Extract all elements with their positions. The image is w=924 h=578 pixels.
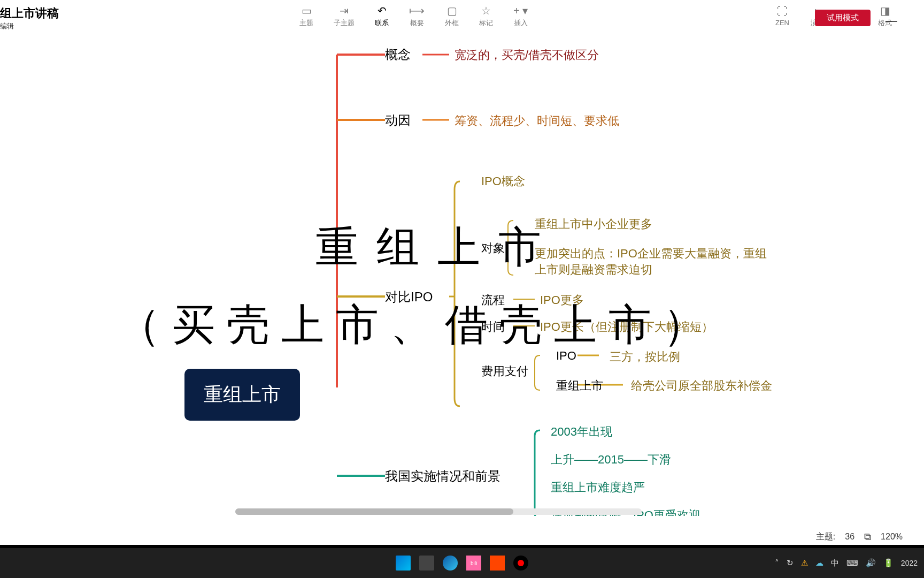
xmind-button[interactable] [488, 553, 507, 573]
node-motive[interactable]: 动因 [385, 112, 411, 129]
node-target-d1[interactable]: 重组上市中小企业更多 [535, 216, 652, 232]
start-button[interactable] [394, 553, 413, 573]
node-compare-ipo[interactable]: 对比IPO [385, 288, 433, 306]
boundary-button[interactable]: ▢外框 [445, 4, 459, 28]
root-node[interactable]: 重组上市 [184, 369, 300, 421]
keyboard-icon[interactable]: ⌨ [846, 558, 858, 568]
subtopic-button[interactable]: ⇥子主题 [334, 4, 355, 28]
app-toolbar: 组上市讲稿 编辑 ▭主题 ⇥子主题 ↶联系 ⟼概要 ▢外框 ☆标记 + ▾插入 … [0, 0, 924, 34]
node-sit-c3[interactable]: 重组上市难度趋严 [551, 480, 645, 496]
marker-button[interactable]: ☆标记 [479, 4, 493, 28]
horizontal-scrollbar[interactable] [235, 508, 642, 515]
task-view-button[interactable] [417, 553, 436, 573]
summary-button[interactable]: ⟼概要 [409, 4, 425, 28]
connector-lines [0, 34, 924, 516]
node-cost-ipo[interactable]: IPO [556, 349, 576, 363]
overlay-title-1: 重组上市 [315, 219, 559, 277]
relation-icon: ↶ [378, 4, 387, 17]
node-target-d2[interactable]: 更加突出的点：IPO企业需要大量融资，重组上市则是融资需求迫切 [535, 246, 770, 278]
plus-icon: + ▾ [513, 4, 528, 17]
node-situation[interactable]: 我国实施情况和前景 [385, 468, 500, 485]
node-sit-c2[interactable]: 上升——2015——下滑 [551, 452, 671, 468]
node-process[interactable]: 流程 [481, 292, 505, 308]
topic-count: 36 [845, 532, 854, 542]
document-title: 组上市讲稿 [0, 5, 59, 21]
node-ipo-concept[interactable]: IPO概念 [481, 173, 525, 189]
node-process-d[interactable]: IPO更多 [540, 292, 584, 308]
topic-icon: ▭ [302, 4, 312, 17]
clock-year[interactable]: 2022 [901, 559, 918, 567]
node-time-d[interactable]: IPO更长（但注册制下大幅缩短） [540, 319, 713, 335]
edge-button[interactable] [441, 553, 460, 573]
scrollbar-thumb[interactable] [235, 508, 513, 515]
cloud-icon[interactable]: ☁ [815, 558, 823, 568]
trial-mode-button[interactable]: 试用模式 [815, 10, 871, 26]
ime-icon[interactable]: 中 [831, 558, 839, 568]
warning-icon[interactable]: ⚠ [801, 558, 808, 568]
node-cost-ipo-val[interactable]: 三方，按比例 [610, 349, 680, 365]
boundary-icon: ▢ [447, 4, 457, 17]
chevron-up-icon[interactable]: ˄ [775, 558, 779, 568]
node-concept-detail[interactable]: 宽泛的，买壳/借壳不做区分 [455, 47, 599, 63]
relation-button[interactable]: ↶联系 [375, 4, 389, 28]
bilibili-button[interactable]: bili [464, 553, 483, 573]
node-time[interactable]: 时间 [481, 319, 505, 335]
status-bar: 主题: 36 ⧉ 120% [0, 529, 924, 545]
battery-icon[interactable]: 🔋 [883, 558, 894, 568]
node-target[interactable]: 对象 [481, 240, 505, 256]
volume-icon[interactable]: 🔊 [866, 558, 876, 568]
sync-icon[interactable]: ↻ [787, 558, 794, 568]
subtopic-icon: ⇥ [340, 4, 349, 17]
node-cost[interactable]: 费用支付 [481, 363, 528, 379]
minimize-button[interactable]: — [886, 14, 897, 28]
topic-count-label: 主题: [816, 531, 835, 543]
document-subtitle: 编辑 [0, 21, 59, 31]
outline-icon[interactable]: ⧉ [864, 531, 871, 543]
record-button[interactable] [511, 553, 530, 573]
node-sit-c1[interactable]: 2003年出现 [551, 424, 612, 440]
insert-button[interactable]: + ▾插入 [513, 4, 528, 28]
mindmap-canvas[interactable]: 重组上市 概念 宽泛的，买壳/借壳不做区分 动因 筹资、流程少、时间短、要求低 … [0, 34, 924, 516]
zen-icon: ⛶ [777, 5, 788, 18]
windows-taskbar: bili ˄ ↻ ⚠ ☁ 中 ⌨ 🔊 🔋 2022 [0, 548, 924, 578]
star-icon: ☆ [481, 4, 491, 17]
summary-icon: ⟼ [409, 4, 425, 17]
node-concept[interactable]: 概念 [385, 46, 411, 63]
node-cost-restr[interactable]: 重组上市 [556, 378, 603, 394]
node-cost-restr-val[interactable]: 给壳公司原全部股东补偿金 [631, 378, 772, 394]
zoom-level[interactable]: 120% [881, 532, 903, 542]
topic-button[interactable]: ▭主题 [299, 4, 313, 28]
node-motive-detail[interactable]: 筹资、流程少、时间短、要求低 [455, 113, 619, 129]
zen-button[interactable]: ⛶ZEN [775, 5, 789, 27]
